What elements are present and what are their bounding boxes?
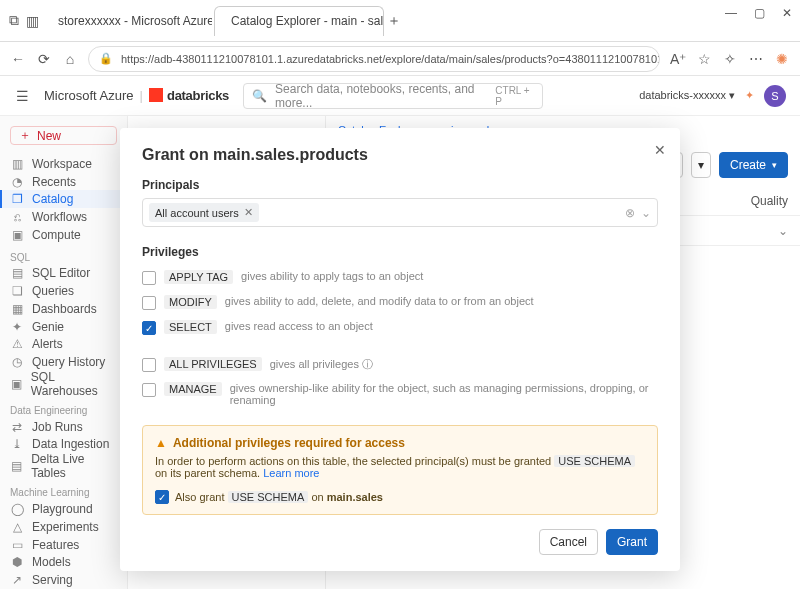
azure-label: Microsoft Azure xyxy=(44,88,134,103)
collections-icon[interactable]: ✧ xyxy=(722,51,738,67)
catalog-icon: ❐ xyxy=(10,192,24,206)
assistant-icon[interactable]: ✦ xyxy=(745,89,754,102)
sidebar-item-alerts[interactable]: ⚠Alerts xyxy=(0,335,127,353)
principal-chip[interactable]: All account users ✕ xyxy=(149,203,259,222)
sidebar-item-genie[interactable]: ✦Genie xyxy=(0,318,127,336)
sidebar-item-query-history[interactable]: ◷Query History xyxy=(0,353,127,371)
section-ml: Machine Learning xyxy=(0,479,127,500)
schema-tag: USE SCHEMA xyxy=(554,455,635,467)
more-icon[interactable]: ⋯ xyxy=(748,51,764,67)
sidebar-item-sql-editor[interactable]: ▤SQL Editor xyxy=(0,265,127,283)
close-window-button[interactable]: ✕ xyxy=(780,6,794,20)
left-sidebar: ＋New ▥Workspace ◔Recents ❐Catalog ⎌Workf… xyxy=(0,116,128,589)
browser-toolbar: ← ⟳ ⌂ 🔒 https://adb-4380111210078101.1.a… xyxy=(0,42,800,76)
workspace-switcher[interactable]: databricks-xxxxxx ▾ xyxy=(639,89,735,102)
sidebar-item-models[interactable]: ⬢Models xyxy=(0,554,127,572)
checkbox[interactable]: ✓ xyxy=(142,321,156,335)
principals-input[interactable]: All account users ✕ ⊗⌄ xyxy=(142,198,658,227)
warning-icon: ▲ xyxy=(155,436,167,450)
new-tab-button[interactable]: ＋ xyxy=(386,12,402,30)
privilege-row[interactable]: MODIFY gives ability to add, delete, and… xyxy=(142,290,658,315)
privilege-row[interactable]: MANAGE gives ownership-like ability for … xyxy=(142,377,658,411)
address-bar[interactable]: 🔒 https://adb-4380111210078101.1.azureda… xyxy=(88,46,660,72)
privilege-desc: gives ability to apply tags to an object xyxy=(241,270,423,282)
create-button[interactable]: Create xyxy=(719,152,788,178)
alert-body: In order to perform actions on this tabl… xyxy=(155,455,645,479)
remove-icon[interactable]: ✕ xyxy=(244,206,253,219)
privilege-tag: MANAGE xyxy=(164,382,222,396)
global-search[interactable]: 🔍 Search data, notebooks, recents, and m… xyxy=(243,83,543,109)
app-header: ☰ Microsoft Azure | databricks 🔍 Search … xyxy=(0,76,800,116)
browser-tabstrip: ⧉ ▥ storexxxxxx - Microsoft Azure ✕ Cata… xyxy=(0,0,800,42)
hamburger-icon[interactable]: ☰ xyxy=(14,88,30,104)
browser-tab[interactable]: Catalog Explorer - main - sales - p ✕ xyxy=(214,6,384,36)
privilege-desc: gives ability to add, delete, and modify… xyxy=(225,295,534,307)
read-aloud-icon[interactable]: A⁺ xyxy=(670,51,686,67)
clock-icon: ◔ xyxy=(10,175,24,189)
sidebar-item-dlt[interactable]: ▤Delta Live Tables xyxy=(0,453,127,479)
tab-overview-icon[interactable]: ▥ xyxy=(24,13,40,29)
open-dashboard-caret[interactable]: ▾ xyxy=(691,152,711,178)
chevron-down-icon[interactable]: ⌄ xyxy=(641,206,651,220)
alert-box: ▲ Additional privileges required for acc… xyxy=(142,425,658,515)
grant-button[interactable]: Grant xyxy=(606,529,658,555)
new-button[interactable]: ＋New xyxy=(10,126,117,145)
privilege-row[interactable]: ALL PRIVILEGES gives all privileges ⓘ xyxy=(142,352,658,377)
sidebar-item-playground[interactable]: ◯Playground xyxy=(0,500,127,518)
plus-icon: ＋ xyxy=(19,127,31,144)
tab-label: Catalog Explorer - main - sales - p xyxy=(231,14,384,28)
checkbox[interactable] xyxy=(142,271,156,285)
sidebar-item-workflows[interactable]: ⎌Workflows xyxy=(0,208,127,226)
learn-more-link[interactable]: Learn more xyxy=(263,467,319,479)
cancel-button[interactable]: Cancel xyxy=(539,529,598,555)
back-button[interactable]: ← xyxy=(10,51,26,67)
privileges-label: Privileges xyxy=(142,245,658,259)
copilot-icon[interactable]: ✺ xyxy=(774,51,790,67)
sidebar-item-compute[interactable]: ▣Compute xyxy=(0,226,127,244)
workspace-switcher-icon[interactable]: ⧉ xyxy=(6,12,22,29)
sidebar-item-sql-warehouses[interactable]: ▣SQL Warehouses xyxy=(0,371,127,397)
privilege-desc: gives read access to an object xyxy=(225,320,373,332)
favorite-icon[interactable]: ☆ xyxy=(696,51,712,67)
workflow-icon: ⎌ xyxy=(10,210,24,224)
sidebar-item-dashboards[interactable]: ▦Dashboards xyxy=(0,300,127,318)
databricks-logo: databricks xyxy=(149,88,229,103)
modal-title: Grant on main.sales.products xyxy=(142,146,658,164)
browser-tab[interactable]: storexxxxxx - Microsoft Azure ✕ xyxy=(42,6,212,36)
also-grant-row[interactable]: ✓ Also grant USE SCHEMA on main.sales xyxy=(155,489,645,504)
privilege-row[interactable]: ✓ SELECT gives read access to an object xyxy=(142,315,658,340)
privilege-desc: gives all privileges ⓘ xyxy=(270,357,373,372)
section-de: Data Engineering xyxy=(0,397,127,418)
privilege-row[interactable]: APPLY TAG gives ability to apply tags to… xyxy=(142,265,658,290)
sidebar-item-catalog[interactable]: ❐Catalog xyxy=(0,190,127,208)
tab-label: storexxxxxx - Microsoft Azure xyxy=(58,14,212,28)
refresh-button[interactable]: ⟳ xyxy=(36,51,52,67)
privilege-desc: gives ownership-like ability for the obj… xyxy=(230,382,658,406)
checkbox[interactable] xyxy=(142,296,156,310)
checkbox[interactable] xyxy=(142,358,156,372)
sidebar-item-job-runs[interactable]: ⇄Job Runs xyxy=(0,418,127,436)
checkbox[interactable]: ✓ xyxy=(155,490,169,504)
search-shortcut: CTRL + P xyxy=(495,85,534,107)
sidebar-item-recents[interactable]: ◔Recents xyxy=(0,173,127,191)
maximize-button[interactable]: ▢ xyxy=(752,6,766,20)
privilege-tag: APPLY TAG xyxy=(164,270,233,284)
clear-icon[interactable]: ⊗ xyxy=(625,206,635,220)
search-icon: 🔍 xyxy=(252,89,267,103)
tab-quality[interactable]: Quality xyxy=(751,194,788,208)
minimize-button[interactable]: — xyxy=(724,6,738,20)
close-icon[interactable]: ✕ xyxy=(654,142,666,158)
sidebar-item-data-ingestion[interactable]: ⤓Data Ingestion xyxy=(0,436,127,454)
checkbox[interactable] xyxy=(142,383,156,397)
sidebar-item-features[interactable]: ▭Features xyxy=(0,536,127,554)
workspace-icon: ▥ xyxy=(10,157,24,171)
search-placeholder: Search data, notebooks, recents, and mor… xyxy=(275,82,487,110)
chevron-down-icon[interactable]: ⌄ xyxy=(778,224,788,238)
sidebar-item-queries[interactable]: ❏Queries xyxy=(0,282,127,300)
sidebar-item-serving[interactable]: ↗Serving xyxy=(0,571,127,589)
home-button[interactable]: ⌂ xyxy=(62,51,78,67)
sidebar-item-workspace[interactable]: ▥Workspace xyxy=(0,155,127,173)
avatar[interactable]: S xyxy=(764,85,786,107)
section-sql: SQL xyxy=(0,244,127,265)
sidebar-item-experiments[interactable]: △Experiments xyxy=(0,518,127,536)
